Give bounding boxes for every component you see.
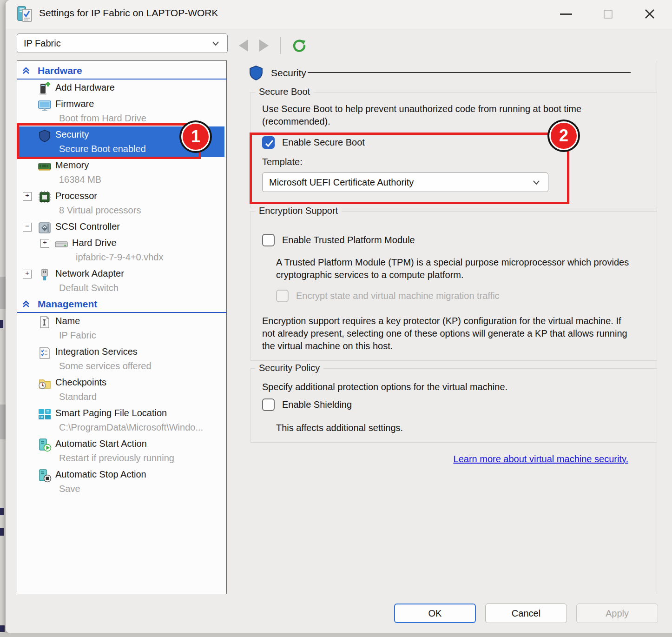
expand-toggle[interactable]: + (40, 239, 49, 248)
security-shield-icon (249, 65, 264, 81)
policy-description: Specify additional protection options fo… (262, 381, 634, 393)
encryption-support-group: Encryption Support Enable Trusted Platfo… (250, 211, 657, 361)
sidebar-item-memory[interactable]: Memory 16384 MB (17, 157, 226, 188)
group-legend: Encryption Support (255, 206, 342, 216)
checkbox-unchecked (262, 398, 275, 411)
checkbox-unchecked (262, 234, 275, 246)
sidebar-item-sub: Default Switch (55, 281, 226, 295)
sidebar-item-sub: 8 Virtual processors (55, 203, 226, 218)
section-label: Management (38, 299, 97, 310)
kp-description: Encryption support requires a key protec… (262, 315, 629, 352)
sidebar-item-label: Memory (55, 158, 226, 173)
maximize-button[interactable] (598, 5, 618, 23)
minimize-button[interactable] (556, 5, 576, 23)
navigate-forward-button[interactable] (259, 40, 269, 52)
sidebar-item-smart-paging[interactable]: Smart Paging File Location C:\ProgramDat… (17, 405, 226, 436)
network-adapter-icon (38, 268, 52, 282)
integration-services-icon (38, 346, 52, 360)
automatic-stop-icon (38, 469, 52, 483)
sidebar-item-network-adapter[interactable]: + Network Adapter Default Switch (17, 265, 226, 296)
sidebar-item-integration-services[interactable]: Integration Services Some services offer… (17, 344, 226, 374)
expand-toggle[interactable]: + (23, 270, 32, 279)
collapse-chevrons-icon (22, 300, 30, 308)
annotation-badge-1: 1 (181, 122, 210, 151)
checkbox-label: Enable Trusted Platform Module (282, 235, 415, 246)
checkpoints-icon (38, 377, 52, 391)
checkbox-label: Encrypt state and virtual machine migrat… (296, 291, 500, 301)
processor-icon (38, 190, 52, 204)
sidebar-item-checkpoints[interactable]: Checkpoints Standard (17, 374, 226, 405)
sidebar-item-label: Automatic Start Action (55, 437, 226, 451)
chevron-down-icon (211, 38, 221, 48)
sidebar-item-sub: Standard (55, 390, 226, 404)
sidebar-item-label: Checkpoints (55, 375, 226, 390)
navigate-back-button[interactable] (239, 40, 248, 52)
smart-paging-icon (38, 407, 52, 421)
sidebar-item-label: Hard Drive (72, 236, 226, 250)
sidebar-item-sub: C:\ProgramData\Microsoft\Windo... (55, 420, 226, 435)
sidebar-item-sub: ipfabric-7-9-4+0.vhdx (72, 250, 226, 265)
sidebar-section-management[interactable]: Management (17, 296, 226, 313)
sidebar-item-sub: Save (55, 482, 226, 496)
secure-boot-description: Use Secure Boot to help prevent unauthor… (262, 103, 629, 128)
sidebar-item-label: Add Hardware (55, 80, 226, 95)
sidebar-item-sub: Some services offered (55, 359, 226, 373)
vm-selector-dropdown[interactable]: IP Fabric (17, 33, 228, 53)
annotation-box-1 (17, 123, 201, 159)
header-rule (308, 72, 631, 73)
desktop-background (0, 633, 672, 637)
sidebar-item-name[interactable]: Name IP Fabric (17, 313, 226, 344)
cancel-button[interactable]: Cancel (485, 604, 567, 623)
checkbox-label: Enable Shielding (282, 399, 352, 410)
window-title: Settings for IP Fabric on LAPTOP-WORK (39, 7, 218, 19)
section-label: Hardware (38, 65, 82, 76)
sidebar-item-label: Network Adapter (55, 266, 226, 281)
collapse-toggle[interactable]: − (23, 223, 32, 232)
automatic-start-icon (38, 438, 52, 452)
encrypt-state-checkbox[interactable]: Encrypt state and virtual machine migrat… (276, 290, 500, 302)
shielding-note: This affects additional settings. (276, 422, 601, 434)
page-title-text: Security (271, 67, 306, 79)
learn-more-link[interactable]: Learn more about virtual machine securit… (410, 454, 628, 464)
sidebar-item-label: Integration Services (55, 345, 226, 359)
sidebar-item-sub: IP Fabric (55, 328, 226, 343)
hyperv-settings-icon (16, 5, 33, 23)
ok-button[interactable]: OK (394, 604, 476, 623)
sidebar-item-sub: Restart if previously running (55, 451, 226, 465)
annotation-box-2 (250, 133, 569, 204)
enable-tpm-checkbox[interactable]: Enable Trusted Platform Module (262, 234, 415, 246)
sidebar-item-label: Smart Paging File Location (55, 406, 226, 420)
hard-drive-icon (54, 237, 68, 251)
tpm-description: A Trusted Platform Module (TPM) is a spe… (276, 256, 629, 281)
sidebar-item-label: Automatic Stop Action (55, 467, 226, 482)
sidebar-item-label: Processor (55, 189, 226, 203)
enable-shielding-checkbox[interactable]: Enable Shielding (262, 398, 352, 411)
sidebar-item-scsi-controller[interactable]: − SCSI Controller (17, 219, 226, 235)
toolbar-separator (280, 37, 281, 54)
settings-dialog: Settings for IP Fabric on LAPTOP-WORK IP… (6, 0, 672, 633)
refresh-button[interactable] (292, 38, 307, 53)
sidebar-item-auto-stop[interactable]: Automatic Stop Action Save (17, 466, 226, 497)
sidebar-item-processor[interactable]: + Processor 8 Virtual processors (17, 188, 226, 219)
sidebar-item-label: SCSI Controller (55, 219, 226, 234)
firmware-icon (38, 98, 52, 112)
add-hardware-icon (38, 82, 52, 96)
sidebar-item-hard-drive[interactable]: + Hard Drive ipfabric-7-9-4+0.vhdx (17, 235, 226, 265)
checkbox-unchecked-disabled (276, 290, 289, 302)
sidebar-item-label: Firmware (55, 97, 226, 111)
sidebar-section-hardware[interactable]: Hardware (17, 63, 226, 80)
close-button[interactable] (639, 5, 660, 23)
expand-toggle[interactable]: + (23, 192, 32, 201)
title-bar: Settings for IP Fabric on LAPTOP-WORK (6, 0, 672, 29)
collapse-chevrons-icon (22, 66, 30, 75)
name-icon (38, 315, 52, 329)
sidebar-item-add-hardware[interactable]: Add Hardware (17, 80, 226, 96)
annotation-badge-2: 2 (549, 121, 578, 150)
group-legend: Security Policy (255, 363, 323, 373)
vm-selector-value: IP Fabric (24, 38, 61, 49)
memory-icon (38, 159, 52, 173)
scsi-controller-icon (38, 221, 52, 235)
sidebar-item-label: Name (55, 314, 226, 328)
page-title: Security (249, 65, 306, 81)
sidebar-item-auto-start[interactable]: Automatic Start Action Restart if previo… (17, 436, 226, 466)
